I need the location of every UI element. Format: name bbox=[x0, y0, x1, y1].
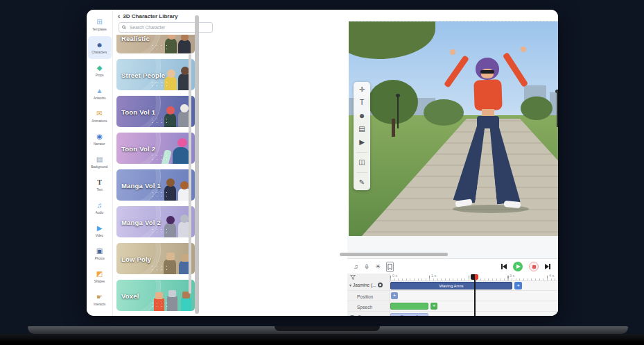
animations-icon: ✉ bbox=[96, 110, 102, 118]
scene-canvas[interactable] bbox=[349, 21, 558, 237]
sidebar-item-label: Text bbox=[96, 187, 102, 191]
card-toon-vol-1[interactable]: Toon Vol 1 bbox=[116, 96, 195, 127]
back-icon[interactable]: ‹ bbox=[118, 12, 120, 20]
add-action-button[interactable]: + bbox=[514, 282, 522, 289]
music-icon[interactable]: ♫ bbox=[354, 263, 358, 270]
figure-head bbox=[155, 292, 163, 299]
card-label: Manga Vol 1 bbox=[121, 181, 161, 189]
dots-pattern bbox=[150, 191, 168, 199]
sidebar-item-video[interactable]: ▶ Video bbox=[88, 219, 112, 242]
track-name: Camera bbox=[358, 314, 374, 316]
panel-scrollbar[interactable] bbox=[195, 15, 199, 314]
templates-icon: ⊞ bbox=[96, 18, 102, 26]
scene-tree-mid-right bbox=[521, 96, 552, 120]
clip-camera-1[interactable]: Camera 1 bbox=[390, 313, 428, 316]
panel-title: 3D Character Library bbox=[123, 13, 177, 19]
playhead-handle[interactable] bbox=[471, 274, 478, 280]
layout-tool-icon[interactable]: ◫ bbox=[356, 159, 367, 166]
sidebar-item-background[interactable]: ▤ Background bbox=[88, 151, 112, 174]
sidebar-item-label: Props bbox=[96, 73, 104, 76]
stop-button[interactable] bbox=[529, 262, 539, 271]
character-arm-right bbox=[503, 52, 529, 87]
sidebar-item-characters[interactable]: ☻ Characters bbox=[88, 36, 112, 59]
card-realistic[interactable]: Realistic bbox=[116, 35, 195, 53]
text-tool-icon[interactable]: T bbox=[356, 99, 367, 106]
background-icon: ▤ bbox=[96, 155, 103, 164]
card-voxel[interactable]: Voxel bbox=[116, 280, 195, 311]
dots-pattern bbox=[150, 44, 168, 51]
photos-icon: ▣ bbox=[96, 247, 103, 255]
skip-to-end-button[interactable] bbox=[545, 264, 550, 269]
track-lane bbox=[347, 291, 558, 301]
sidebar-item-narrator[interactable]: ◉ Narrator bbox=[88, 128, 112, 151]
clip-speech[interactable] bbox=[390, 303, 428, 310]
microphone-icon[interactable] bbox=[365, 263, 369, 271]
figure-head bbox=[168, 290, 176, 297]
sidebar-item-label: Narrator bbox=[94, 142, 105, 145]
card-low-poly[interactable]: Low Poly bbox=[116, 243, 195, 274]
skip-to-start-button[interactable] bbox=[501, 264, 507, 269]
figure-head bbox=[166, 216, 175, 224]
scene-trees-mid bbox=[424, 99, 464, 126]
sidebar-item-animations[interactable]: ✉ Animations bbox=[88, 105, 112, 128]
dots-pattern bbox=[150, 264, 168, 272]
sidebar-item-label: Audio bbox=[96, 210, 104, 214]
filter-funnel-icon[interactable] bbox=[350, 275, 356, 280]
toolbar-divider bbox=[356, 172, 367, 173]
card-street-people[interactable]: Street People bbox=[116, 59, 195, 90]
hand-tool-icon[interactable]: ✛ bbox=[356, 86, 367, 93]
sidebar-item-artworks[interactable]: ▲ Artworks bbox=[88, 82, 112, 105]
artworks-icon: ▲ bbox=[96, 87, 103, 95]
text-icon: T bbox=[97, 178, 102, 187]
card-label: Low Poly bbox=[121, 255, 151, 262]
figure bbox=[167, 296, 177, 311]
sidebar-item-shapes[interactable]: ◩ Shapes bbox=[88, 265, 112, 288]
character-library-panel: ‹ 3D Character Library Realistic bbox=[113, 10, 218, 316]
track-row-camera[interactable]: Camera bbox=[350, 314, 374, 316]
sidebar-item-label: Templates bbox=[92, 27, 107, 31]
card-label: Street People bbox=[121, 71, 165, 78]
dots-pattern bbox=[150, 154, 168, 162]
scene-lamp bbox=[557, 92, 558, 127]
figure-head bbox=[180, 181, 189, 190]
clip-waving-arms[interactable]: Waving Arms bbox=[390, 282, 512, 289]
canvas-horizontal-scrollbar[interactable] bbox=[340, 253, 448, 256]
add-position-keyframe-button[interactable]: + bbox=[391, 292, 398, 299]
figure-head bbox=[167, 69, 175, 78]
character-tool-icon[interactable]: ☻ bbox=[356, 112, 367, 119]
sidebar-item-interacts[interactable]: ☛ Interacts bbox=[88, 288, 112, 311]
sidebar-item-label: Shapes bbox=[94, 279, 105, 283]
video-tool-icon[interactable]: ▶ bbox=[356, 139, 367, 146]
main-area: ✛ T ☻ ▤ ▶ ◫ ✎ 57% bbox=[217, 10, 558, 316]
sidebar-item-templates[interactable]: ⊞ Templates bbox=[88, 13, 112, 36]
sidebar-item-label: Background bbox=[91, 165, 107, 168]
laptop-base-shadow bbox=[0, 334, 644, 345]
card-list-scrollbar[interactable] bbox=[189, 54, 191, 294]
interacts-icon: ☛ bbox=[96, 293, 103, 301]
sidebar-item-label: Artworks bbox=[94, 96, 106, 99]
bookmark-toggle[interactable] bbox=[386, 262, 394, 272]
image-tool-icon[interactable]: ▤ bbox=[356, 126, 367, 133]
laptop-mockup: ⊞ Templates ☻ Characters ◆ Props ▲ Artwo… bbox=[0, 0, 644, 345]
card-manga-vol-2[interactable]: Manga Vol 2 bbox=[116, 206, 195, 237]
play-button[interactable] bbox=[513, 262, 523, 271]
figure bbox=[181, 298, 191, 311]
track-lane bbox=[347, 301, 558, 312]
card-toon-vol-2[interactable]: Toon Vol 2 bbox=[116, 133, 195, 164]
sidebar-item-photos[interactable]: ▣ Photos bbox=[88, 242, 112, 265]
bookmark-icon bbox=[388, 264, 392, 270]
figure-head bbox=[180, 214, 189, 223]
sidebar-item-props[interactable]: ◆ Props bbox=[88, 59, 112, 82]
figure bbox=[178, 40, 191, 53]
card-manga-vol-1[interactable]: Manga Vol 1 bbox=[116, 169, 195, 201]
card-label: Realistic bbox=[121, 35, 150, 42]
sidebar-item-audio[interactable]: ♫ Audio bbox=[88, 196, 112, 219]
card-label: Toon Vol 1 bbox=[121, 108, 155, 115]
add-speech-button[interactable]: + bbox=[430, 303, 437, 310]
paint-roller-icon[interactable]: ✎ bbox=[356, 179, 367, 186]
effects-sun-icon[interactable]: ☀ bbox=[375, 263, 381, 270]
sidebar-item-text[interactable]: T Text bbox=[88, 174, 112, 196]
figure-head bbox=[180, 104, 189, 112]
timeline-toolbar: ♫ ☀ ALL SCENES bbox=[347, 258, 558, 275]
canvas-toolbar: ✛ T ☻ ▤ ▶ ◫ ✎ bbox=[354, 82, 370, 190]
